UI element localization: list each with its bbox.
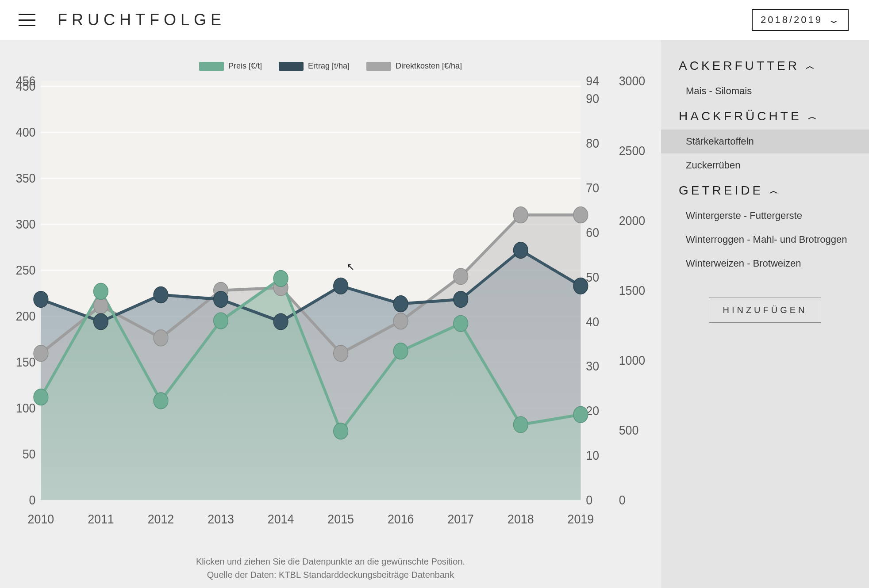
crop-sidebar: ACKERFUTTER ︿ Mais - Silomais HACKFRÜCHT… [661, 40, 869, 588]
crop-item-mais[interactable]: Mais - Silomais [661, 79, 869, 103]
crop-item-wintergerste[interactable]: Wintergerste - Futtergerste [661, 204, 869, 228]
app-title: FRUCHTFOLGE [58, 11, 226, 29]
data-point[interactable] [573, 207, 588, 223]
svg-text:2016: 2016 [388, 512, 414, 527]
data-point[interactable] [273, 271, 288, 287]
legend-item-price[interactable]: Preis [€/t] [199, 61, 262, 71]
category-label: GETREIDE [679, 183, 763, 198]
legend-swatch-icon [199, 62, 224, 71]
data-point[interactable] [94, 283, 108, 300]
add-crop-button[interactable]: HINZUFÜGEN [709, 298, 821, 323]
app-header: FRUCHTFOLGE 2018/2019 ⌄ [0, 0, 869, 40]
svg-text:70: 70 [586, 180, 599, 195]
data-point[interactable] [513, 207, 528, 223]
chart-caption: Klicken und ziehen Sie die Datenpunkte a… [8, 555, 653, 581]
data-point[interactable] [154, 287, 168, 303]
svg-text:3000: 3000 [619, 73, 646, 88]
svg-text:2013: 2013 [208, 512, 234, 527]
svg-text:94: 94 [586, 73, 599, 88]
svg-text:150: 150 [16, 355, 36, 370]
data-point[interactable] [573, 406, 588, 423]
legend-item-yield[interactable]: Ertrag [t/ha] [279, 61, 350, 71]
svg-text:0: 0 [619, 493, 626, 508]
svg-text:2000: 2000 [619, 213, 646, 228]
svg-text:200: 200 [16, 309, 36, 324]
chevron-up-icon: ︿ [808, 111, 819, 122]
chevron-up-icon: ︿ [769, 185, 781, 197]
svg-text:2018: 2018 [508, 512, 534, 527]
category-label: ACKERFUTTER [679, 59, 800, 73]
crop-item-zuckerrueben[interactable]: Zuckerrüben [661, 153, 869, 177]
svg-text:1000: 1000 [619, 353, 646, 368]
data-point[interactable] [393, 296, 408, 312]
crop-item-staerkekartoffeln[interactable]: Stärkekartoffeln [661, 130, 869, 153]
data-point[interactable] [334, 423, 348, 439]
category-hackfruechte[interactable]: HACKFRÜCHTE ︿ [661, 103, 869, 130]
chart-legend: Preis [€/t] Ertrag [t/ha] Direktkosten [… [8, 61, 653, 71]
svg-text:300: 300 [16, 217, 36, 232]
menu-icon[interactable] [19, 14, 35, 26]
header-left: FRUCHTFOLGE [19, 11, 226, 29]
caption-line-1: Klicken und ziehen Sie die Datenpunkte a… [8, 555, 653, 568]
caption-line-2: Quelle der Daten: KTBL Standarddeckungsb… [8, 568, 653, 581]
season-selector[interactable]: 2018/2019 ⌄ [752, 9, 849, 31]
data-point[interactable] [94, 313, 108, 330]
svg-text:2019: 2019 [568, 512, 594, 527]
chart-pane: Preis [€/t] Ertrag [t/ha] Direktkosten [… [0, 40, 661, 588]
crop-item-winterweizen[interactable]: Winterweizen - Brotweizen [661, 252, 869, 275]
data-point[interactable] [334, 345, 348, 362]
svg-text:80: 80 [586, 135, 599, 150]
svg-text:2017: 2017 [447, 512, 474, 527]
svg-text:30: 30 [586, 359, 599, 374]
data-point[interactable] [273, 313, 288, 330]
category-getreide[interactable]: GETREIDE ︿ [661, 177, 869, 204]
svg-text:1500: 1500 [619, 283, 646, 298]
svg-text:40: 40 [586, 314, 599, 329]
data-point[interactable] [454, 291, 468, 308]
data-point[interactable] [573, 278, 588, 294]
svg-text:0: 0 [29, 493, 36, 508]
data-point[interactable] [513, 242, 528, 259]
svg-text:250: 250 [16, 263, 36, 278]
chevron-down-icon: ⌄ [828, 15, 843, 25]
data-point[interactable] [393, 313, 408, 329]
season-selector-value: 2018/2019 [761, 14, 823, 26]
legend-label: Direktkosten [€/ha] [396, 61, 462, 71]
chart-svg[interactable]: 0501001502002503003504004504560102030405… [8, 73, 653, 544]
svg-text:0: 0 [586, 493, 592, 508]
data-point[interactable] [454, 315, 468, 332]
legend-label: Preis [€/t] [228, 61, 262, 71]
category-ackerfutter[interactable]: ACKERFUTTER ︿ [661, 53, 869, 79]
svg-text:2010: 2010 [28, 512, 54, 527]
svg-text:50: 50 [23, 447, 36, 462]
data-point[interactable] [154, 393, 168, 409]
data-point[interactable] [513, 416, 528, 433]
svg-text:50: 50 [586, 269, 599, 284]
data-point[interactable] [34, 389, 48, 405]
data-point[interactable] [454, 268, 468, 285]
add-button-wrap: HINZUFÜGEN [661, 298, 869, 323]
data-point[interactable] [334, 278, 348, 294]
main-content: Preis [€/t] Ertrag [t/ha] Direktkosten [… [0, 40, 869, 588]
svg-text:2014: 2014 [268, 512, 294, 527]
svg-text:400: 400 [16, 125, 36, 140]
data-point[interactable] [34, 291, 48, 308]
data-point[interactable] [393, 343, 408, 359]
data-point[interactable] [154, 330, 168, 346]
svg-text:2011: 2011 [88, 512, 114, 527]
svg-text:2012: 2012 [148, 512, 174, 527]
crop-item-winterroggen[interactable]: Winterroggen - Mahl- und Brotroggen [661, 228, 869, 252]
svg-text:90: 90 [586, 91, 599, 106]
data-point[interactable] [94, 298, 108, 314]
legend-item-cost[interactable]: Direktkosten [€/ha] [366, 61, 462, 71]
data-point[interactable] [34, 345, 48, 362]
data-point[interactable] [214, 291, 228, 308]
legend-swatch-icon [366, 62, 391, 71]
svg-text:100: 100 [16, 401, 36, 416]
svg-text:10: 10 [586, 448, 599, 463]
chart-area[interactable]: 0501001502002503003504004504560102030405… [8, 73, 653, 544]
svg-text:500: 500 [619, 423, 639, 438]
svg-text:2500: 2500 [619, 143, 646, 158]
chevron-up-icon: ︿ [806, 60, 817, 72]
data-point[interactable] [214, 313, 228, 329]
